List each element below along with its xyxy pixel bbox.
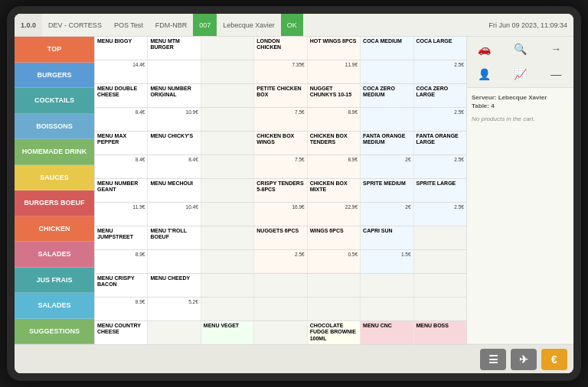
person-icon-btn[interactable]: 👤 [467, 62, 503, 86]
product-cell[interactable]: CHICKEN BOX TENDERS [308, 132, 361, 154]
product-cell[interactable]: MENU COUNTRY CHEESE [95, 321, 148, 344]
product-cell[interactable]: WINGS 6PCS [308, 226, 361, 249]
product-cell[interactable]: CHICKEN BOX MIXTE [308, 179, 361, 202]
product-cell [361, 108, 413, 131]
product-cell: 2.5€ [414, 60, 466, 83]
product-cell[interactable]: MENU T'ROLL BOEUF [148, 226, 201, 249]
euro-button[interactable]: € [541, 349, 567, 370]
product-cell: 11.9€ [95, 203, 148, 226]
product-name: COCA MEDIUM [363, 38, 410, 44]
product-cell[interactable]: HOT WINGS 8PCS [308, 37, 361, 60]
category-chicken[interactable]: CHICKEN [15, 216, 94, 242]
category-boissons[interactable]: BOISSONS [15, 114, 94, 140]
right-icons: 🚗 🔍 → 👤 📈 — [467, 37, 573, 88]
product-name: MENU MAX PEPPER [97, 133, 145, 146]
product-price: 8.9€ [97, 299, 145, 304]
product-cell[interactable]: CHICKEN BOX WINGS [254, 132, 307, 154]
product-name: MENU BOSS [416, 323, 464, 329]
product-cell: 8.4€ [95, 108, 148, 131]
product-cell: 2.5€ [414, 108, 466, 131]
server-label: Serveur: Lebecque Xavier [472, 94, 569, 101]
product-cell[interactable]: MENU VEGET [201, 321, 254, 344]
product-price: 5.2€ [150, 299, 198, 304]
category-cocktails[interactable]: COCKTAILS [15, 88, 94, 114]
product-cell[interactable]: COCA ZERO MEDIUM [361, 84, 413, 107]
product-cell[interactable]: CRISPY TENDERS 5-8PCS [254, 179, 307, 202]
category-salades[interactable]: SALADES [15, 242, 94, 268]
product-cell: 8.4€ [148, 155, 201, 178]
product-cell[interactable]: MENU MTM BURGER [148, 37, 201, 60]
product-cell[interactable]: MENU BIGGY [95, 37, 148, 60]
product-cell[interactable]: COCA ZERO LARGE [414, 84, 466, 107]
category-suggestions[interactable]: SUGGESTIONS [15, 319, 94, 345]
product-cell: 5.2€ [148, 298, 201, 320]
product-cell[interactable]: NUGGET CHUNKYS 10-15 [308, 84, 361, 107]
product-row: 8.9€2.5€0.5€1.5€ [95, 250, 466, 274]
product-name: COCA ZERO MEDIUM [363, 86, 410, 99]
product-cell[interactable]: NUGGETS 6PCS [254, 226, 307, 249]
product-cell: 16.9€ [254, 203, 307, 226]
chart-icon-btn[interactable]: 📈 [503, 62, 539, 86]
product-cell[interactable]: CAPRI SUN [361, 226, 413, 249]
product-name: MENU BIGGY [97, 38, 145, 44]
category-jus-frais[interactable]: JUS FRAIS [15, 268, 94, 294]
product-cell[interactable]: LONDON CHICKEN [254, 37, 307, 60]
product-cell[interactable]: MENU MAX PEPPER [95, 132, 148, 154]
product-cell[interactable]: SPRITE MEDIUM [361, 179, 413, 202]
list-button[interactable]: ☰ [480, 349, 506, 370]
category-burgers[interactable]: BURGERS [15, 63, 94, 89]
product-cell[interactable]: FANTA ORANGE LARGE [414, 132, 466, 154]
arrow-icon-btn[interactable]: → [538, 37, 573, 61]
categories-panel: TOP BURGERS COCKTAILS BOISSONS HOMEMADE … [15, 37, 95, 344]
product-name: MENU T'ROLL BOEUF [150, 228, 198, 241]
product-price: 14.4€ [97, 62, 145, 67]
product-cell[interactable]: PETITE CHICKEN BOX [254, 84, 307, 107]
category-burgers-boeuf[interactable]: BURGERS BOEUF [15, 190, 94, 216]
product-cell[interactable]: MENU DOUBLE CHEESE [95, 84, 148, 107]
category-sauces[interactable]: SAUCES [15, 165, 94, 191]
product-cell [201, 179, 254, 202]
pos-label: POS Test [108, 21, 149, 29]
product-cell [414, 226, 466, 249]
product-cell[interactable]: SPRITE LARGE [414, 179, 466, 202]
product-cell [254, 298, 307, 320]
product-cell[interactable]: MENU JUMPSTREET [95, 226, 148, 249]
product-price: 7.5€ [256, 157, 304, 162]
product-row: MENU BIGGYMENU MTM BURGERLONDON CHICKENH… [95, 37, 466, 60]
product-price: 8.4€ [97, 157, 145, 162]
product-cell[interactable]: MENU BOSS [414, 321, 466, 344]
id-badge: 007 [193, 14, 217, 36]
product-cell: 8.9€ [95, 298, 148, 320]
product-cell [201, 37, 254, 60]
product-cell [414, 250, 466, 273]
product-cell[interactable]: MENU CNC [361, 321, 413, 344]
product-row: MENU DOUBLE CHEESEMENU NUMBER ORIGINALPE… [95, 84, 466, 108]
category-homemade[interactable]: HOMEMADE DRINK [15, 139, 94, 165]
category-salades2[interactable]: SALADES [15, 293, 94, 319]
product-name: WINGS 6PCS [310, 228, 358, 234]
category-top[interactable]: TOP [15, 37, 94, 63]
product-cell[interactable]: FANTA ORANGE MEDIUM [361, 132, 413, 154]
search-icon-btn[interactable]: 🔍 [503, 37, 539, 61]
product-cell[interactable]: MENU NUMBER ORIGINAL [148, 84, 201, 107]
product-cell [254, 274, 307, 297]
product-cell[interactable]: COCA LARGE [414, 37, 466, 60]
product-cell [201, 250, 254, 273]
product-cell [201, 274, 254, 297]
product-cell[interactable]: MENU CHICKY'S [148, 132, 201, 154]
product-cell[interactable]: MENU CHEEDY [148, 274, 201, 297]
user-label: Lebecque Xavier [217, 21, 281, 29]
car-icon-btn[interactable]: 🚗 [467, 37, 503, 61]
send-button[interactable]: ✈ [511, 349, 537, 370]
product-cell[interactable]: MENU NUMBER GEANT [95, 179, 148, 202]
minus-icon-btn[interactable]: — [538, 62, 573, 86]
product-cell[interactable]: CHOCOLATE FUDGE BROWNIE 100ML [308, 321, 361, 344]
product-cell [308, 298, 361, 320]
product-cell[interactable]: MENU MECHOUI [148, 179, 201, 202]
product-name: MENU CHEEDY [150, 275, 198, 281]
product-cell: 2.5€ [414, 155, 466, 178]
product-cell[interactable]: MENU CRISPY BACON [95, 274, 148, 297]
product-name: COCA ZERO LARGE [416, 86, 464, 99]
product-cell[interactable]: COCA MEDIUM [361, 37, 413, 60]
product-name: MENU CNC [363, 323, 410, 329]
